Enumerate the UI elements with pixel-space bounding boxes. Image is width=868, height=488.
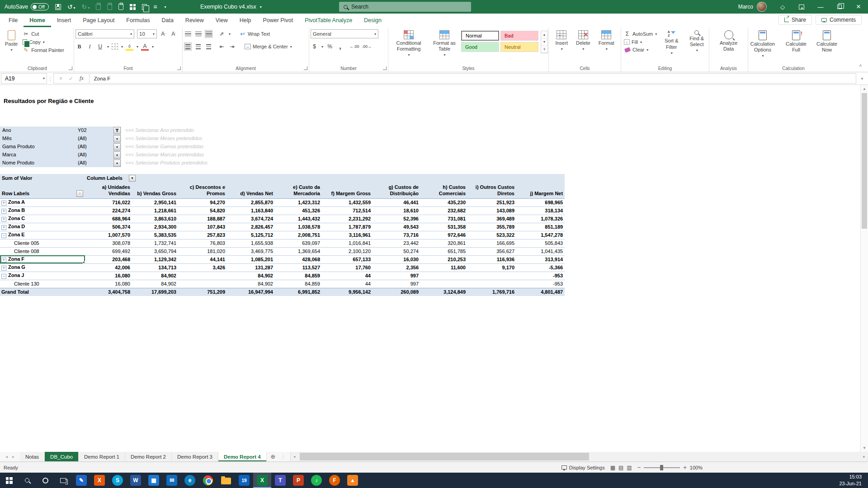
row-labels-sort-icon[interactable]: ↓	[76, 190, 83, 197]
comments-button[interactable]: Comments	[816, 15, 862, 25]
cell-style-bad[interactable]: Bad	[500, 31, 538, 41]
sheet-tab-demo-report-3[interactable]: Demo Report 3	[172, 452, 218, 461]
bold-button[interactable]: B	[75, 42, 83, 51]
cell-style-good[interactable]: Good	[461, 42, 499, 52]
fill-color-dropdown-icon[interactable]: ▾	[137, 45, 138, 49]
align-bottom-icon[interactable]	[205, 30, 212, 38]
filter-value[interactable]: (All)	[78, 136, 87, 141]
find-select-dropdown-icon[interactable]: ▾	[696, 48, 698, 53]
pivot-value-cell[interactable]: 699,492	[85, 247, 132, 255]
pivot-value-cell[interactable]: 52,396	[373, 215, 420, 223]
pivot-value-cell[interactable]: 505,843	[516, 239, 565, 247]
pivot-value-cell[interactable]: 688,964	[85, 215, 132, 223]
search-input[interactable]: Search	[339, 2, 471, 12]
grand-total-value-cell[interactable]: 1,769,716	[467, 288, 516, 296]
analyze-data-button[interactable]: Analyze Data	[713, 28, 745, 53]
zoom-level[interactable]: 100%	[690, 465, 703, 470]
name-box-dropdown-icon[interactable]: ▾	[43, 76, 45, 80]
excel-icon[interactable]: X	[253, 473, 271, 488]
pivot-value-cell[interactable]: 1,078,326	[516, 215, 565, 223]
pivot-value-cell[interactable]: 3,650,794	[132, 247, 178, 255]
display-settings-button[interactable]: Display Settings	[561, 465, 605, 470]
pivot-value-cell[interactable]: 308,078	[85, 239, 132, 247]
orientation-dropdown-icon[interactable]: ▾	[229, 32, 231, 36]
grand-total-value-cell[interactable]: 16,947,994	[227, 288, 275, 296]
normal-view-icon[interactable]: ▦	[610, 465, 615, 471]
pivot-value-cell[interactable]: 2,950,141	[132, 198, 178, 206]
clipboard-dialog-launcher-icon[interactable]	[69, 66, 72, 70]
zoom-out-icon[interactable]: −	[637, 464, 641, 471]
gallery-up-icon[interactable]: ▲	[541, 31, 547, 38]
paste-dropdown-icon[interactable]: ▾	[11, 48, 13, 52]
orientation-icon[interactable]: ⇗	[218, 30, 226, 38]
pivot-value-cell[interactable]: 113,527	[275, 263, 322, 272]
cut-button[interactable]: ✂Cut	[21, 30, 66, 38]
pivot-value-cell[interactable]: 9,170	[467, 263, 516, 272]
filter-value[interactable]: (All)	[78, 160, 87, 165]
pivot-value-cell[interactable]: 84,902	[227, 272, 275, 280]
font-dialog-launcher-icon[interactable]	[177, 66, 181, 70]
worksheet[interactable]: Resultados por Região e Cliente AnoY02<<…	[0, 85, 868, 452]
zoom-slider-thumb[interactable]	[660, 465, 663, 470]
delete-cells-button[interactable]: Delete▾	[573, 28, 593, 52]
gallery-down-icon[interactable]: ▼	[541, 38, 547, 46]
pivot-value-cell[interactable]: 18,610	[373, 206, 420, 215]
fill-button[interactable]: ↓Fill▾	[623, 39, 658, 45]
pivot-value-cell[interactable]: 716,022	[85, 198, 132, 206]
pivot-column-header-e-custo-da-mercadoria[interactable]: e) Custo da Mercadoria	[275, 182, 322, 198]
pivot-value-cell[interactable]	[420, 272, 467, 280]
accounting-dropdown-icon[interactable]: ▾	[321, 45, 323, 49]
decrease-font-icon[interactable]: Aˇ	[170, 30, 178, 38]
pivot-value-cell[interactable]: 2,855,870	[227, 198, 275, 206]
pivot-value-cell[interactable]: 1,423,312	[275, 198, 322, 206]
filter-value[interactable]: (All)	[78, 152, 87, 157]
cell-style-normal[interactable]: Normal	[461, 31, 499, 41]
grand-total-value-cell[interactable]: 6,991,852	[275, 288, 322, 296]
ribbon-tab-view[interactable]: View	[210, 14, 234, 27]
insert-function-icon[interactable]: fx	[80, 75, 84, 82]
pivot-value-cell[interactable]: 435,230	[420, 198, 467, 206]
pivot-value-cell[interactable]: 257,823	[178, 231, 227, 239]
expand-icon[interactable]: +	[1, 217, 6, 222]
pivot-column-header-g-custos-de-distribui-o[interactable]: g) Custos de Distribuição	[373, 182, 420, 198]
horizontal-scroll-thumb[interactable]	[300, 453, 589, 460]
pivot-value-cell[interactable]: 428,068	[275, 255, 322, 263]
pivot-value-cell[interactable]	[467, 272, 516, 280]
user-avatar[interactable]	[757, 2, 767, 12]
undo-button[interactable]: ↺▾	[67, 4, 75, 10]
pivot-value-cell[interactable]: 2,100,120	[322, 247, 373, 255]
pivot-value-cell[interactable]: 94,270	[178, 198, 227, 206]
outlook-calendar-icon[interactable]: ▦	[145, 473, 163, 488]
previous-sheet-icon[interactable]: ◂	[5, 454, 8, 459]
pivot-value-cell[interactable]: 3,426	[178, 263, 227, 272]
align-left-icon[interactable]	[184, 42, 192, 51]
pivot-column-header-i-outros-custos-diretos[interactable]: i) Outros Custos Diretos	[467, 182, 516, 198]
pivot-value-cell[interactable]: 355,789	[467, 223, 516, 231]
wrap-text-button[interactable]: ↩Wrap Text	[238, 30, 271, 38]
pivot-value-cell[interactable]: 16,030	[373, 255, 420, 263]
ribbon-tab-file[interactable]: File	[3, 14, 24, 27]
grand-total-value-cell[interactable]: 4,801,487	[516, 288, 565, 296]
formula-content[interactable]: Zona F	[90, 73, 856, 84]
pivot-value-cell[interactable]: 1,369,654	[275, 247, 322, 255]
collapse-ribbon-icon[interactable]: ^	[859, 64, 862, 69]
grand-total-value-cell[interactable]: 3,124,849	[420, 288, 467, 296]
pivot-value-cell[interactable]: 3,674,724	[227, 215, 275, 223]
grand-total-value-cell[interactable]: 751,209	[178, 288, 227, 296]
pivot-value-cell[interactable]: 1,007,570	[85, 231, 132, 239]
pivot-value-cell[interactable]: 5,383,535	[132, 231, 178, 239]
taskbar-search-button[interactable]	[18, 473, 36, 488]
increase-indent-icon[interactable]: ⇥	[228, 42, 236, 51]
pivot-value-cell[interactable]	[178, 272, 227, 280]
whats-new-icon[interactable]: ◇	[773, 0, 792, 14]
document-title[interactable]: Exemplo Cubo v4.xlsx▾	[200, 0, 262, 14]
cortana-button[interactable]	[36, 473, 54, 488]
ribbon-tab-help[interactable]: Help	[234, 14, 257, 27]
pivot-row-label-cell[interactable]: +Zona F	[0, 255, 85, 263]
pivot-value-cell[interactable]: 523,322	[467, 231, 516, 239]
grand-total-value-cell[interactable]: 3,404,758	[85, 288, 132, 296]
pivot-value-cell[interactable]: 651,785	[420, 247, 467, 255]
clear-button[interactable]: Clear▾	[623, 47, 658, 53]
sheet-tab-demo-report-2[interactable]: Demo Report 2	[125, 452, 172, 461]
pivot-value-cell[interactable]: 3,863,610	[132, 215, 178, 223]
